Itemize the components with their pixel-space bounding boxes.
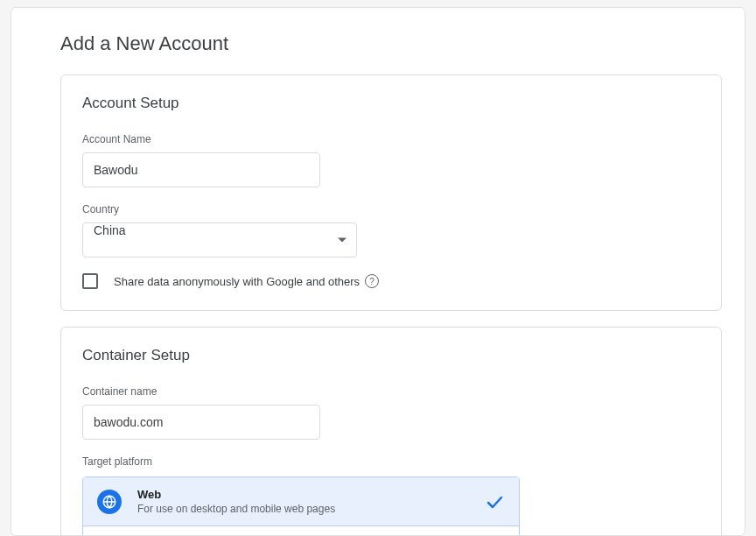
target-platform-label: Target platform <box>82 455 700 468</box>
container-setup-title: Container Setup <box>82 347 700 364</box>
platform-desc-web: For use on desktop and mobile web pages <box>137 503 484 515</box>
page-title: Add a New Account <box>60 32 745 55</box>
container-name-label: Container name <box>82 385 700 398</box>
platform-card-web[interactable]: Web For use on desktop and mobile web pa… <box>83 477 519 526</box>
account-setup-card: Account Setup Account Name Country China… <box>60 74 722 311</box>
help-icon[interactable]: ? <box>365 274 379 288</box>
globe-icon <box>97 490 122 514</box>
container-name-field: Container name <box>82 385 700 440</box>
account-setup-title: Account Setup <box>82 95 700 112</box>
platform-text-web: Web For use on desktop and mobile web pa… <box>137 488 484 515</box>
account-name-label: Account Name <box>82 133 700 145</box>
country-select[interactable]: China <box>82 222 357 257</box>
container-name-input[interactable] <box>82 405 320 440</box>
check-icon <box>484 491 505 512</box>
share-data-row: Share data anonymously with Google and o… <box>82 273 700 289</box>
account-name-input[interactable] <box>82 152 320 187</box>
platform-card-group: Web For use on desktop and mobile web pa… <box>82 476 520 536</box>
target-platform-field: Target platform <box>82 455 700 468</box>
share-data-label: Share data anonymously with Google and o… <box>114 275 360 288</box>
country-field: Country China <box>82 203 700 257</box>
page-container: Add a New Account Account Setup Account … <box>10 7 746 536</box>
container-setup-card: Container Setup Container name Target pl… <box>60 327 722 536</box>
account-name-field: Account Name <box>82 133 700 187</box>
country-label: Country <box>82 203 700 215</box>
platform-name-web: Web <box>137 488 484 501</box>
share-data-checkbox[interactable] <box>82 273 98 289</box>
platform-card-ios[interactable]: iOS <box>83 526 519 536</box>
